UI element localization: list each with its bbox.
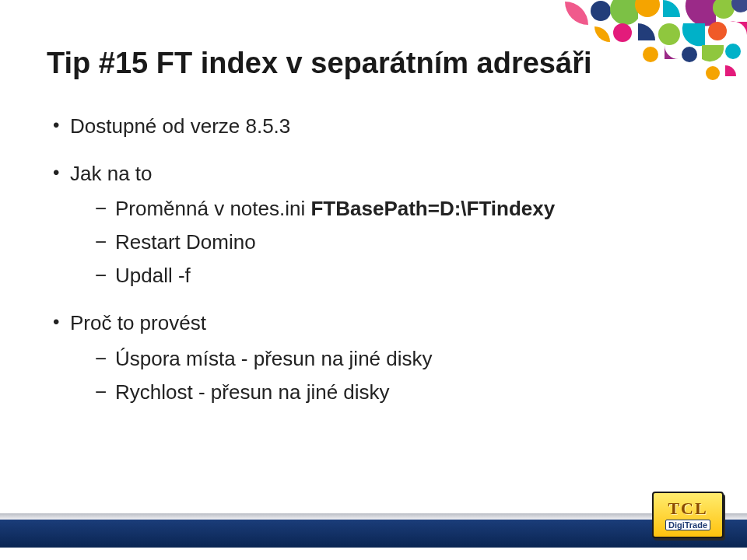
svg-point-5: [658, 23, 680, 45]
sub-bullet-item: Úspora místa - přesun na jiné disky: [93, 345, 685, 373]
footer-bar: [0, 518, 747, 548]
sub-bullet-list: Proměnná v notes.ini FTBasePath=D:\FTind…: [70, 195, 685, 289]
sub-bullet-list: Úspora místa - přesun na jiné disky Rych…: [70, 345, 685, 406]
sub-bullet-text: Restart Domino: [115, 230, 256, 254]
sub-bullet-item: Proměnná v notes.ini FTBasePath=D:\FTind…: [93, 195, 685, 222]
logo-top-text: TCL: [668, 500, 707, 517]
sub-bullet-item: Updall -f: [93, 262, 685, 289]
sub-bullet-text: Proměnná v notes.ini: [115, 197, 310, 220]
tcl-digitrade-logo: TCL DigiTrade: [652, 492, 724, 538]
svg-point-0: [591, 1, 611, 21]
svg-point-6: [708, 22, 727, 40]
slide-content: Tip #15 FT index v separátním adresáři D…: [47, 47, 685, 426]
bullet-item: Jak na to Proměnná v notes.ini FTBasePat…: [50, 160, 685, 289]
sub-bullet-text: Úspora místa - přesun na jiné disky: [115, 347, 433, 370]
bullet-text: Jak na to: [70, 162, 153, 185]
sub-bullet-bold: FTBasePath=D:\FTindexy: [310, 197, 555, 220]
bullet-item: Dostupné od verze 8.5.3: [50, 113, 685, 140]
slide-title: Tip #15 FT index v separátním adresáři: [47, 47, 685, 80]
bullet-list: Dostupné od verze 8.5.3 Jak na to Proměn…: [47, 113, 685, 406]
svg-point-1: [635, 0, 660, 17]
svg-point-9: [725, 44, 741, 59]
sub-bullet-text: Updall -f: [115, 264, 191, 287]
sub-bullet-text: Rychlost - přesun na jiné disky: [115, 380, 390, 404]
svg-point-10: [706, 66, 720, 80]
sub-bullet-item: Restart Domino: [93, 229, 685, 256]
svg-point-4: [613, 23, 632, 42]
svg-point-2: [713, 0, 735, 19]
bullet-item: Proč to provést Úspora místa - přesun na…: [50, 310, 685, 405]
logo-bottom-text: DigiTrade: [665, 520, 710, 530]
sub-bullet-item: Rychlost - přesun na jiné disky: [93, 379, 685, 406]
bullet-text: Proč to provést: [70, 311, 206, 334]
bullet-text: Dostupné od verze 8.5.3: [70, 114, 290, 138]
